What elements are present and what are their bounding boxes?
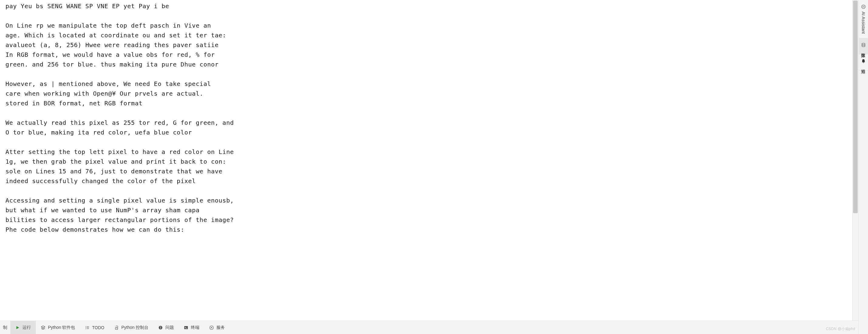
right-side-panel: AI Assistant 数据库 通知 (858, 0, 868, 334)
bottom-item-run[interactable]: 运行 (10, 321, 36, 334)
svg-point-7 (86, 328, 86, 329)
svg-rect-8 (87, 328, 89, 329)
rail-tab-database[interactable]: 数据库 (859, 38, 868, 54)
svg-point-13 (160, 326, 161, 327)
vertical-scrollbar[interactable] (852, 0, 858, 321)
svg-rect-6 (87, 327, 89, 328)
editor-area: pay Yeu bs SENG WANE SP VNE EP yet Pay i… (0, 0, 858, 321)
editor-content[interactable]: pay Yeu bs SENG WANE SP VNE EP yet Pay i… (0, 0, 858, 236)
svg-rect-14 (184, 326, 188, 329)
play-icon (15, 325, 20, 330)
list-icon (85, 325, 90, 330)
svg-point-0 (862, 5, 865, 8)
bell-icon (861, 59, 866, 63)
bottom-item-label: 问题 (165, 325, 174, 330)
bottom-item-truncated[interactable]: 制 (0, 321, 10, 334)
bottom-item-label: 服务 (216, 325, 225, 330)
bottom-item-python-console[interactable]: Python 控制台 (109, 321, 153, 334)
bottom-item-label: Python 控制台 (121, 325, 148, 330)
rail-tab-label: AI Assistant (861, 11, 866, 34)
svg-point-2 (863, 62, 863, 63)
bottom-item-todo[interactable]: TODO (80, 321, 109, 334)
bottom-item-label: 终端 (191, 325, 199, 330)
svg-point-10 (117, 329, 117, 329)
database-icon (861, 42, 866, 48)
svg-point-3 (86, 326, 86, 327)
bottom-item-services[interactable]: 服务 (204, 321, 230, 334)
bottom-item-packages[interactable]: Python 软件包 (36, 321, 80, 334)
rail-tab-ai-assistant[interactable]: AI Assistant (859, 0, 868, 38)
bottom-item-problems[interactable]: 问题 (153, 321, 179, 334)
scroll-thumb[interactable] (853, 1, 858, 213)
watermark-text: CSDN @小箱phd (826, 326, 855, 332)
bottom-item-terminal[interactable]: 终端 (179, 321, 204, 334)
truncated-label: 制 (3, 325, 7, 330)
svg-point-9 (116, 326, 116, 327)
services-icon (209, 325, 214, 330)
bottom-item-label: Python 软件包 (48, 325, 75, 330)
bottom-toolbar-left: 制 运行 Python 软件包 TODO Python 控制台 (0, 321, 230, 334)
info-icon (158, 325, 163, 330)
svg-point-1 (862, 43, 865, 44)
terminal-icon (184, 325, 188, 330)
bottom-item-label: 运行 (23, 325, 31, 330)
layers-icon (41, 325, 45, 330)
python-icon (114, 325, 119, 330)
bottom-item-label: TODO (92, 325, 104, 330)
svg-rect-15 (186, 328, 187, 328)
ai-assistant-icon (861, 4, 866, 9)
bottom-toolbar: 制 运行 Python 软件包 TODO Python 控制台 (0, 321, 858, 334)
svg-point-5 (86, 327, 86, 328)
rail-tab-notifications[interactable]: 通知 (859, 54, 868, 70)
svg-rect-4 (87, 326, 89, 327)
